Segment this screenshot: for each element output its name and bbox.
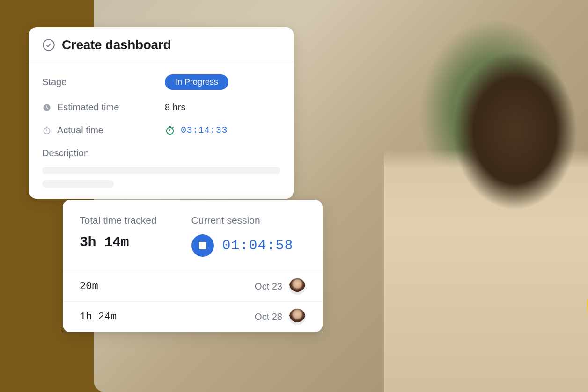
skeleton-line [42,167,280,174]
stopwatch-running-icon [165,125,175,136]
actual-time-row: Actual time 03:14:33 [42,125,280,136]
time-tracking-card: Total time tracked 3h 14m Current sessio… [63,200,323,332]
current-session-label: Current session [191,215,294,226]
task-header: Create dashboard [29,27,294,62]
stopwatch-icon [42,126,51,135]
stop-timer-button[interactable] [191,234,214,257]
clock-icon [42,103,51,112]
svg-point-0 [43,39,54,50]
log-date: Oct 23 [255,281,282,292]
skeleton-line [42,180,114,188]
stage-label: Stage [42,77,165,87]
stage-row: Stage In Progress [42,74,280,90]
estimated-time-value: 8 hrs [165,102,185,113]
total-time-label: Total time tracked [80,215,157,226]
actual-time-label: Actual time [57,125,103,136]
svg-point-3 [167,127,174,134]
description-section: Description [42,148,280,188]
user-avatar [289,278,306,295]
estimated-time-label: Estimated time [57,102,119,113]
divider [63,332,323,332]
actual-time-value: 03:14:33 [181,125,228,136]
time-log-row[interactable]: 1h 24m Oct 28 [63,301,323,332]
total-time-value: 3h 14m [80,234,157,250]
estimated-time-row: Estimated time 8 hrs [42,102,280,113]
user-avatar [289,308,306,325]
log-duration: 1h 24m [80,311,117,323]
current-session-section: Current session 01:04:58 [191,215,294,257]
time-log-row[interactable]: 20m Oct 23 [63,271,323,301]
check-circle-icon [42,38,55,51]
log-duration: 20m [80,281,98,292]
stop-icon [199,242,206,249]
description-placeholder [42,167,280,188]
task-title: Create dashboard [62,37,171,52]
log-date: Oct 28 [255,312,282,322]
stage-badge[interactable]: In Progress [165,74,228,90]
task-detail-card: Create dashboard Stage In Progress Estim… [29,27,294,199]
description-label: Description [42,148,280,159]
total-time-section: Total time tracked 3h 14m [80,215,157,257]
person-photo [384,19,588,392]
current-session-value: 01:04:58 [222,238,294,254]
